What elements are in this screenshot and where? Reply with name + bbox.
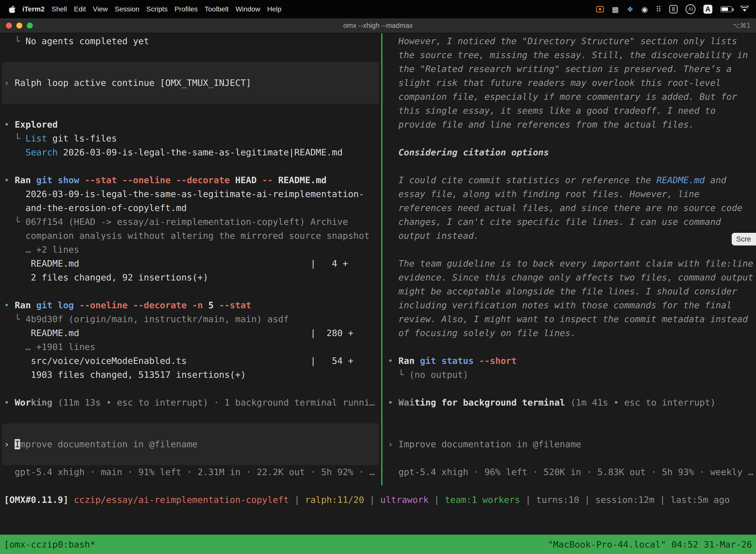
menu-view[interactable]: View <box>89 5 111 13</box>
term-segment: 4b9d30f (origin/main, instructkr/main, m… <box>25 314 289 324</box>
term-segment: └ <box>4 133 25 144</box>
menu-toolbelt[interactable]: Toolbelt <box>201 5 232 13</box>
screen-recording-indicator[interactable] <box>596 6 604 12</box>
blue-app-icon[interactable]: ❖ <box>627 5 633 14</box>
term-line: The team guideline is to back every impo… <box>388 257 756 271</box>
tmux-pane-right[interactable]: However, I noticed the "Directory Struct… <box>384 33 756 483</box>
term-line <box>388 451 756 465</box>
input-source-a-icon[interactable]: A <box>703 5 712 14</box>
keycap-8-icon[interactable]: 8 <box>669 5 678 13</box>
term-segment: turns:10 <box>536 495 579 505</box>
term-segment: (1m 41s • esc to interrupt) <box>565 397 715 407</box>
term-segment: └ <box>4 314 25 324</box>
term-line: provide file and line references from th… <box>388 118 756 131</box>
menu-help[interactable]: Help <box>264 5 285 13</box>
zoom-button[interactable] <box>27 22 33 29</box>
term-line <box>388 409 756 424</box>
term-segment: • <box>388 356 398 366</box>
term-line <box>388 340 756 354</box>
term-line: └ 067f154 (HEAD -> essay/ai-reimplementa… <box>4 215 381 229</box>
term-line: 1903 files changed, 513517 insertions(+) <box>4 368 381 382</box>
tmux-pane-divider[interactable] <box>381 33 382 486</box>
battery-icon[interactable] <box>720 6 732 12</box>
term-segment: └ <box>4 36 25 46</box>
menu-shell[interactable]: Shell <box>48 5 70 13</box>
apple-menu[interactable] <box>9 5 16 13</box>
term-line <box>4 409 381 424</box>
term-segment: evidence. Since this change only affects… <box>388 272 753 282</box>
window-manager-icon[interactable]: ▦ <box>612 5 619 14</box>
screen-sharing-overlay-button[interactable]: Scre <box>732 233 756 245</box>
term-segment: [OMX#0.11.9] <box>4 495 68 505</box>
menu-profiles[interactable]: Profiles <box>171 5 201 13</box>
prompt-input-box[interactable]: › Improve documentation in @filename <box>2 424 379 465</box>
term-line: I could cite commit statistics or refere… <box>388 173 756 187</box>
term-segment: team:1 workers <box>445 495 520 505</box>
term-segment: gpt-5.4 xhigh · main · 91% left · 2.31M … <box>4 467 375 477</box>
term-line <box>4 104 381 118</box>
menu-session[interactable]: Session <box>111 5 143 13</box>
battery-gauge-icon[interactable]: .61 <box>686 4 695 14</box>
screen: iTerm2ShellEditViewSessionScriptsProfile… <box>0 0 756 554</box>
term-segment: output instead. <box>388 231 479 241</box>
term-segment: | <box>654 495 671 505</box>
term-segment: git show <box>31 175 79 185</box>
term-segment: • <box>4 300 15 310</box>
tmux-pane-left[interactable]: └ No agents completed yet › Ralph loop a… <box>0 33 381 483</box>
term-line: • Working (11m 13s • esc to interrupt) ·… <box>4 396 381 409</box>
apps-grid-icon[interactable]: ⠿ <box>656 5 661 14</box>
term-segment: › <box>388 439 398 449</box>
term-segment: mprove documentation in @filename <box>20 439 197 449</box>
term-segment: Ran <box>15 175 31 185</box>
term-segment: including verification notes with those … <box>388 300 732 310</box>
term-segment: HEAD <box>230 175 256 185</box>
term-line: › Improve documentation in @filename <box>4 437 197 451</box>
term-line <box>4 48 381 62</box>
minimize-button[interactable] <box>16 22 22 29</box>
term-line: • Ran git log --oneline --decorate -n 5 … <box>4 298 381 312</box>
term-line: … +2 lines <box>4 243 381 257</box>
menu-iterm2[interactable]: iTerm2 <box>19 5 48 13</box>
term-line <box>4 382 381 396</box>
term-segment: --stat <box>213 300 251 310</box>
term-line <box>388 243 756 257</box>
term-line: this single essay, it seems like a good … <box>388 104 756 118</box>
apple-icon <box>9 5 16 13</box>
term-segment: 1903 files changed, 513517 insertions(+) <box>4 370 246 380</box>
term-segment: Improve documentation in @filename <box>398 439 581 449</box>
term-line: README.md | 280 + <box>4 326 381 340</box>
term-line <box>388 382 756 396</box>
term-line: └ List git ls-files <box>4 131 381 146</box>
close-button[interactable] <box>6 22 12 29</box>
term-segment: └ (no output) <box>388 370 468 380</box>
term-segment: git status <box>415 356 474 366</box>
menu-window[interactable]: Window <box>232 5 264 13</box>
term-segment: the source tree, missing the essay. Stil… <box>388 50 748 60</box>
menu-scripts[interactable]: Scripts <box>143 5 171 13</box>
term-segment: companion file, especially if more comme… <box>388 92 737 102</box>
term-segment: git ls-files <box>47 133 117 144</box>
term-segment: king <box>31 397 52 407</box>
term-segment: 067f154 (HEAD -> essay/ai-reimplementati… <box>25 217 348 227</box>
term-line: └ 4b9d30f (origin/main, instructkr/main,… <box>4 312 381 326</box>
menu-edit[interactable]: Edit <box>70 5 89 13</box>
term-segment: the "Related research writing" section i… <box>388 64 732 74</box>
term-segment: | <box>289 495 305 505</box>
term-segment: | <box>429 495 445 505</box>
term-segment: might be acceptable alongside the file l… <box>388 286 737 296</box>
wifi-icon[interactable] <box>740 6 749 13</box>
term-line: Search 2026-03-09-is-legal-the-same-as-l… <box>4 146 381 159</box>
term-segment: 2026-03-09-is-legal-the-same-as-legitima… <box>4 189 364 199</box>
term-segment: README.md <box>656 175 705 185</box>
term-line: and-the-erosion-of-copyleft.md <box>4 201 381 215</box>
term-line: might be acceptable alongside the file l… <box>388 284 756 298</box>
term-segment: companion analysis without altering the … <box>4 231 370 241</box>
tmux-session-name: [omx-cczip0:bash* <box>4 539 95 550</box>
round-app-icon[interactable]: ◉ <box>641 5 648 14</box>
term-line: • Ran git status --short <box>388 354 756 368</box>
term-line <box>388 159 756 173</box>
term-segment: --oneline --decorate -n <box>74 300 203 310</box>
window-titlebar[interactable]: omx --xhigh --madmax ⌥⌘1 <box>0 18 756 33</box>
term-segment: references need actual files, and since … <box>388 203 742 213</box>
term-segment: › <box>4 78 15 88</box>
